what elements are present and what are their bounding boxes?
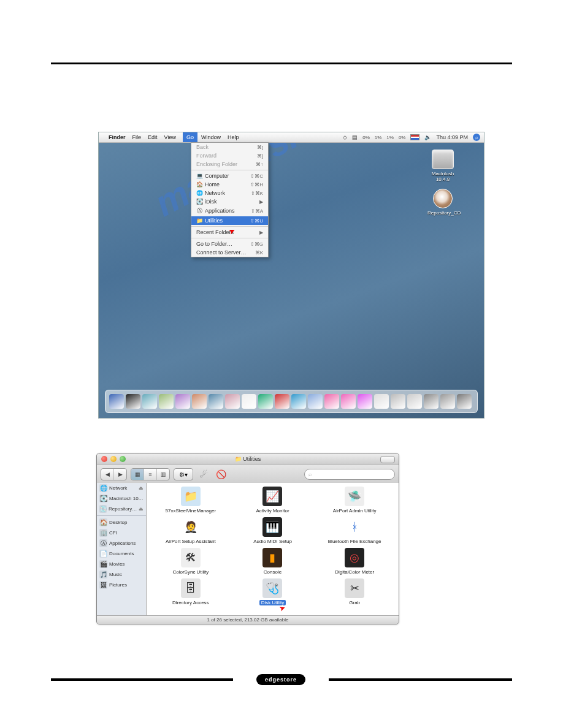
menu-item[interactable]: Go to Folder…⇧⌘G bbox=[191, 240, 268, 248]
dock-item[interactable] bbox=[209, 394, 223, 409]
menu-item[interactable]: 🌐Network⇧⌘K bbox=[191, 189, 268, 197]
desktop-icon-hd[interactable]: Macintosh 10.4.8 bbox=[427, 150, 458, 182]
sidebar-item[interactable]: 🏢CFI bbox=[97, 528, 146, 538]
action-menu-button[interactable]: ⚙▾ bbox=[174, 468, 193, 480]
desktop-icon-cd[interactable]: Repository_CD bbox=[427, 189, 458, 216]
footer-rule bbox=[51, 678, 233, 681]
eject-icon[interactable]: ⏏ bbox=[139, 485, 144, 491]
sidebar-icon: 🎵 bbox=[99, 571, 107, 578]
dock-item[interactable] bbox=[159, 394, 174, 409]
menu-view[interactable]: View bbox=[164, 134, 176, 140]
dock-item[interactable] bbox=[291, 394, 306, 409]
dock-item[interactable] bbox=[457, 394, 472, 409]
menu-window[interactable]: Window bbox=[201, 134, 221, 140]
column-view-button[interactable]: ▥ bbox=[157, 469, 169, 480]
dock-item[interactable] bbox=[324, 394, 339, 409]
finder-item[interactable]: 🛠ColorSync Utility bbox=[151, 548, 230, 575]
list-view-button[interactable]: ≡ bbox=[144, 469, 157, 480]
menu-item: Forward⌘] bbox=[191, 151, 268, 160]
eject-icon[interactable]: ⏏ bbox=[139, 506, 144, 512]
sidebar-label: Movies bbox=[109, 561, 124, 567]
search-icon: ⌕ bbox=[308, 471, 312, 477]
dock-item[interactable] bbox=[175, 394, 190, 409]
sidebar-item[interactable]: 🎬Movies bbox=[97, 559, 146, 569]
toolbar-toggle-button[interactable] bbox=[380, 456, 395, 463]
search-input[interactable]: ⌕ bbox=[304, 469, 395, 480]
menu-item[interactable]: Connect to Server…⌘K bbox=[191, 248, 268, 257]
finder-toolbar: ◀ ▶ ▦ ≡ ▥ ⚙▾ ☄ 🚫 ⌕ bbox=[97, 465, 399, 484]
item-label: Console bbox=[264, 569, 282, 575]
app-icon: ▮ bbox=[262, 548, 282, 567]
sidebar-icon: 🌐 bbox=[99, 484, 107, 492]
menu-edit[interactable]: Edit bbox=[148, 134, 158, 140]
dock-item[interactable] bbox=[242, 394, 256, 409]
sidebar-item[interactable]: 🎵Music bbox=[97, 569, 146, 580]
sidebar-item[interactable]: 💽Macintosh 10… bbox=[97, 493, 146, 504]
sidebar-item[interactable]: 🌐Network⏏ bbox=[97, 483, 146, 493]
finder-item[interactable]: ◎DigitalColor Meter bbox=[315, 548, 394, 575]
dock-item[interactable] bbox=[142, 394, 157, 409]
dock-item[interactable] bbox=[358, 394, 372, 409]
dock-item[interactable] bbox=[275, 394, 289, 409]
dock-item[interactable] bbox=[374, 394, 389, 409]
menu-item[interactable]: 💻Computer⇧⌘C bbox=[191, 172, 268, 180]
dock-item[interactable] bbox=[192, 394, 207, 409]
forward-button[interactable]: ▶ bbox=[114, 469, 126, 480]
app-menu[interactable]: Finder bbox=[109, 134, 126, 140]
finder-item[interactable]: 📈Activity Monitor bbox=[234, 487, 312, 514]
menu-go[interactable]: Go bbox=[183, 132, 197, 142]
sidebar-item[interactable]: ⒶApplications bbox=[97, 538, 146, 548]
finder-item[interactable]: 🎹Audio MIDI Setup bbox=[234, 517, 312, 544]
block-icon[interactable]: 🚫 bbox=[214, 468, 228, 481]
dock-item[interactable] bbox=[341, 394, 356, 409]
finder-item[interactable]: ▮Console bbox=[234, 548, 312, 575]
dock-item[interactable] bbox=[258, 394, 273, 409]
finder-item[interactable]: ᚼBluetooth File Exchange bbox=[315, 517, 394, 544]
sidebar-icon: 💽 bbox=[99, 495, 107, 502]
dock-item[interactable] bbox=[308, 394, 323, 409]
nav-segment: ◀ ▶ bbox=[101, 468, 127, 480]
back-button[interactable]: ◀ bbox=[101, 469, 114, 480]
finder-item[interactable]: 🗄Directory Access bbox=[151, 578, 230, 605]
menu-item[interactable]: 🏠Home⇧⌘H bbox=[191, 180, 268, 189]
sidebar-item[interactable]: 🖼Pictures bbox=[97, 580, 146, 590]
menu-item[interactable]: 💽iDisk▶ bbox=[191, 197, 268, 206]
icon-view-button[interactable]: ▦ bbox=[131, 469, 144, 480]
sidebar-icon: 🎬 bbox=[99, 560, 107, 568]
window-titlebar: 📁 Utilities bbox=[97, 453, 399, 465]
dock-item[interactable] bbox=[126, 394, 140, 409]
sidebar-icon: Ⓐ bbox=[99, 539, 107, 547]
dock-item[interactable] bbox=[407, 394, 422, 409]
menu-extra-icon[interactable]: ◇ bbox=[343, 134, 347, 140]
sidebar-item[interactable]: 📄Documents bbox=[97, 548, 146, 559]
finder-item[interactable]: 🤵AirPort Setup Assistant bbox=[151, 517, 230, 544]
menu-item[interactable]: 📁Utilities⇧⌘U bbox=[191, 216, 268, 225]
dock-item[interactable] bbox=[225, 394, 240, 409]
sidebar-icon: 💿 bbox=[99, 505, 107, 513]
menu-extra-icon[interactable]: ▤ bbox=[352, 134, 358, 140]
finder-item[interactable]: ✂Grab bbox=[315, 578, 394, 605]
menu-file[interactable]: File bbox=[132, 134, 142, 140]
sidebar-label: Repository… bbox=[109, 506, 137, 512]
menu-help[interactable]: Help bbox=[228, 134, 239, 140]
dock-item[interactable] bbox=[424, 394, 439, 409]
sidebar-item[interactable]: 🏠Desktop bbox=[97, 517, 146, 528]
dock-item[interactable] bbox=[440, 394, 455, 409]
finder-item[interactable]: 🩺Disk Utility bbox=[234, 578, 312, 605]
input-flag-icon[interactable] bbox=[410, 134, 419, 140]
divider bbox=[97, 515, 146, 516]
menu-separator bbox=[191, 170, 268, 170]
clock: Thu 4:09 PM bbox=[436, 134, 468, 140]
finder-item[interactable]: 📁57xxSteelVineManager bbox=[151, 487, 230, 514]
dock-item[interactable] bbox=[109, 394, 124, 409]
spotlight-icon[interactable]: ⌕ bbox=[473, 134, 480, 141]
finder-icon-pane: 📁57xxSteelVineManager📈Activity Monitor🛸A… bbox=[147, 483, 399, 616]
menu-bar: Finder File Edit View Go Window Help ◇ ▤… bbox=[99, 132, 484, 143]
volume-icon[interactable]: 🔈 bbox=[424, 134, 431, 140]
finder-item[interactable]: 🛸AirPort Admin Utility bbox=[315, 487, 394, 514]
dock-item[interactable] bbox=[391, 394, 405, 409]
menu-item[interactable]: ⒶApplications⇧⌘A bbox=[191, 206, 268, 216]
burn-icon[interactable]: ☄ bbox=[197, 468, 210, 481]
sidebar-item[interactable]: 💿Repository…⏏ bbox=[97, 504, 146, 514]
sidebar-label: Documents bbox=[109, 551, 134, 556]
